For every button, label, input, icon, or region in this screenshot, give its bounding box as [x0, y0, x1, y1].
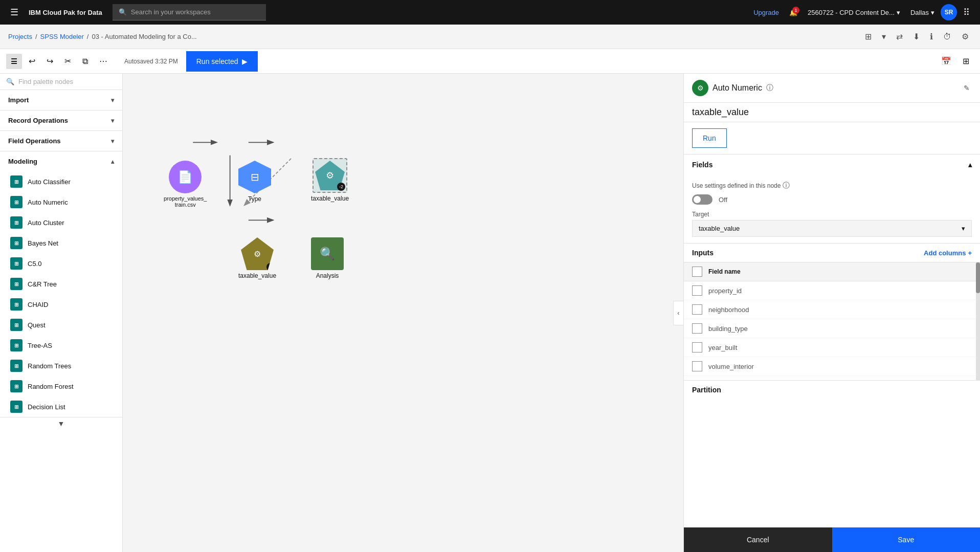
sidebar-item-cr-tree[interactable]: ⊞ C&R Tree — [0, 274, 122, 294]
save-button[interactable]: Save — [832, 527, 981, 552]
random-trees-label: Random Trees — [28, 362, 71, 370]
download-button[interactable]: ⬇ — [910, 29, 923, 45]
breadcrumb-spss-modeler[interactable]: SPSS Modeler — [40, 33, 84, 40]
cancel-button[interactable]: Cancel — [684, 527, 832, 552]
sidebar-item-bayes-net[interactable]: ⊞ Bayes Net — [0, 233, 122, 253]
apps-grid-icon: ⠿ — [963, 7, 970, 18]
region-selector[interactable]: Dallas ▾ — [906, 7, 939, 18]
field-checkbox-year-built[interactable] — [692, 342, 702, 352]
settings-button[interactable]: ⚙ — [959, 29, 972, 45]
target-select[interactable]: taxable_value ▾ — [692, 220, 972, 237]
field-checkbox-neighborhood[interactable] — [692, 304, 702, 315]
sidebar-search-input[interactable] — [18, 78, 116, 85]
cut-button[interactable]: ✂ — [60, 53, 76, 70]
select-all-checkbox[interactable] — [692, 267, 702, 277]
c50-label: C5.0 — [28, 260, 41, 268]
breadcrumb: Projects / SPSS Modeler / 03 - Automated… — [8, 33, 197, 40]
field-row-building-type[interactable]: building_type — [684, 319, 980, 338]
sidebar-item-chaid[interactable]: ⊞ CHAID — [0, 294, 122, 315]
menu-button[interactable]: ☰ — [6, 3, 23, 22]
sidebar-item-decision-list[interactable]: ⊞ Decision List — [0, 396, 122, 417]
field-row-volume-interior[interactable]: volume_interior — [684, 357, 980, 376]
analysis-node[interactable]: 🔍 Analysis — [311, 237, 344, 279]
field-checkbox-property-id[interactable] — [692, 285, 702, 296]
field-ops-chevron-icon: ▾ — [111, 138, 114, 145]
sidebar-item-tree-as[interactable]: ⊞ Tree-AS — [0, 335, 122, 356]
global-search[interactable]: 🔍 — [113, 4, 266, 20]
add-node-button[interactable]: ⊞ — [958, 53, 974, 70]
redo-button[interactable]: ↪ — [42, 53, 58, 70]
panel-info-icon[interactable]: ⓘ — [766, 83, 773, 93]
undo-button[interactable]: ↩ — [24, 53, 40, 70]
cr-tree-label: C&R Tree — [28, 280, 57, 288]
sidebar-section-header-import[interactable]: Import ▾ — [0, 90, 122, 110]
sidebar-search-container[interactable]: 🔍 — [0, 74, 122, 90]
info-button[interactable]: ℹ — [927, 29, 936, 45]
sidebar-item-auto-cluster[interactable]: ⊞ Auto Cluster — [0, 212, 122, 233]
auto-cluster-label: Auto Cluster — [28, 219, 64, 227]
apps-grid-button[interactable]: ⠿ — [959, 3, 974, 22]
chevron-down-button[interactable]: ▾ — [879, 29, 889, 45]
sidebar-section-import: Import ▾ — [0, 90, 122, 111]
run-selected-button[interactable]: Run selected ▶ — [186, 51, 258, 72]
palette-toggle-button[interactable]: ☰ — [6, 54, 22, 69]
record-ops-label: Record Operations — [8, 117, 68, 124]
field-checkbox-building-type[interactable] — [692, 323, 702, 334]
field-checkbox-volume-interior[interactable] — [692, 361, 702, 371]
view-switch-button[interactable]: ⇄ — [893, 29, 906, 45]
taxable-value-node[interactable]: ⚙ -2 taxable_value — [238, 237, 276, 279]
chevron-down-icon: ▾ — [931, 9, 934, 16]
history-button[interactable]: ⏱ — [940, 29, 954, 45]
field-row-neighborhood[interactable]: neighborhood — [684, 300, 980, 319]
sidebar-item-random-forest[interactable]: ⊞ Random Forest — [0, 376, 122, 396]
sidebar-section-header-modeling[interactable]: Modeling ▴ — [0, 151, 122, 171]
sidebar-item-quest[interactable]: ⊞ Quest — [0, 315, 122, 335]
sidebar-item-auto-numeric[interactable]: ⊞ Auto Numeric — [0, 192, 122, 212]
panel-collapse-button[interactable]: ‹ — [673, 301, 683, 325]
notifications-button[interactable]: 🔔 1 — [785, 5, 801, 20]
fields-section-content: Use settings defined in this node ⓘ Off … — [684, 175, 980, 243]
scrollbar-thumb[interactable] — [976, 262, 980, 293]
field-row-year-built[interactable]: year_built — [684, 338, 980, 357]
field-row-property-id[interactable]: property_id — [684, 281, 980, 300]
sidebar-item-random-trees[interactable]: ⊞ Random Trees — [0, 356, 122, 376]
top-navigation: ☰ IBM Cloud Pak for Data 🔍 Upgrade 🔔 1 2… — [0, 0, 980, 25]
calendar-button[interactable]: 📅 — [937, 53, 956, 70]
run-button[interactable]: Run — [692, 128, 727, 148]
scrollbar-track — [976, 262, 980, 380]
taxable-value-model-shape: ⚙ -2 — [313, 158, 347, 193]
field-row-volume-other[interactable]: volume_other — [684, 376, 980, 380]
user-avatar[interactable]: SR — [941, 4, 957, 20]
settings-info-icon[interactable]: ⓘ — [783, 181, 790, 190]
fields-section-header[interactable]: Fields ▴ — [684, 154, 980, 175]
add-columns-button[interactable]: Add columns + — [924, 249, 972, 257]
sidebar-item-c50[interactable]: ⊞ C5.0 — [0, 253, 122, 274]
data-source-node[interactable]: 📄 property_values_train.csv — [164, 161, 207, 208]
modeling-chevron-icon: ▴ — [111, 158, 114, 165]
copy-button[interactable]: ⧉ — [78, 53, 93, 70]
node-badge: -2 — [337, 183, 345, 191]
taxable-value-model-node[interactable]: ⚙ -2 taxable_value — [311, 158, 349, 202]
type-node[interactable]: ⊟ Type — [238, 161, 271, 203]
more-button[interactable]: ⋯ — [95, 53, 112, 70]
data-source-shape: 📄 — [169, 161, 202, 193]
sidebar-section-header-record-ops[interactable]: Record Operations ▾ — [0, 111, 122, 130]
autosaved-label: Autosaved 3:32 PM — [118, 58, 184, 65]
partition-section: Partition — [684, 380, 980, 399]
fields-chevron-up-icon: ▴ — [968, 161, 972, 169]
search-input[interactable] — [131, 8, 260, 16]
panel-edit-icon[interactable]: ✎ — [962, 82, 972, 94]
analysis-label: Analysis — [316, 272, 339, 279]
breadcrumb-projects[interactable]: Projects — [8, 33, 32, 40]
upgrade-button[interactable]: Upgrade — [749, 7, 783, 18]
sidebar-section-header-field-ops[interactable]: Field Operations ▾ — [0, 131, 122, 151]
canvas-area[interactable]: 📄 property_values_train.csv ⊟ Type ⚙ -2 … — [123, 74, 683, 552]
view-toggle-button[interactable]: ⊞ — [862, 29, 875, 45]
sidebar-item-auto-classifier[interactable]: ⊞ Auto Classifier — [0, 171, 122, 192]
workspace-selector[interactable]: 2560722 - CPD Content De... ▾ — [804, 7, 904, 18]
left-sidebar: 🔍 Import ▾ Record Operations ▾ Field Ope… — [0, 74, 123, 552]
settings-toggle[interactable] — [692, 194, 712, 205]
sidebar-section-field-operations: Field Operations ▾ — [0, 131, 122, 151]
import-chevron-icon: ▾ — [111, 97, 114, 104]
fields-label: Fields — [692, 161, 712, 169]
